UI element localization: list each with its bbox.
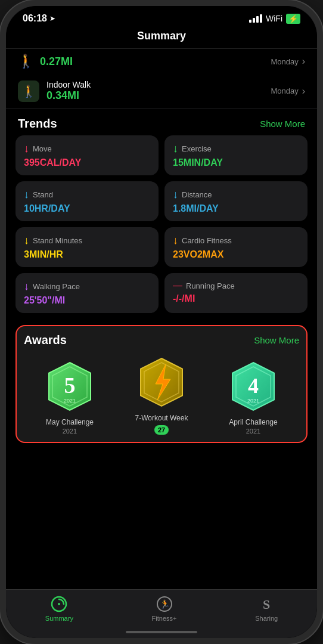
- trends-section-header: Trends Show More: [6, 109, 317, 135]
- award-name-april: April Challenge: [229, 418, 277, 428]
- stand-label: Stand: [33, 190, 53, 199]
- award-badge-workout: [135, 355, 188, 409]
- walk-icon-2: 🚶: [18, 80, 39, 102]
- phone-inner: 06:18 ➤ WiFi ⚡ Summary: [6, 6, 317, 638]
- walk-icon-1: 🚶: [18, 54, 34, 69]
- signal-bar-4: [260, 14, 262, 23]
- tab-fitness[interactable]: 🏃 Fitness+: [152, 596, 177, 622]
- tab-summary-label: Summary: [45, 615, 73, 622]
- app-header: Summary: [6, 27, 317, 49]
- trend-card-cardio: ↓ Cardio Fitness 23VO2MAX: [164, 227, 308, 267]
- signal-bar-3: [256, 16, 259, 23]
- tab-fitness-label: Fitness+: [152, 615, 177, 622]
- notch: [123, 6, 200, 23]
- walk-pace-value: 25'50"/MI: [24, 295, 65, 305]
- distance-label: Distance: [182, 190, 212, 199]
- run-pace-value: -/-/MI: [173, 293, 195, 304]
- award-item-workout[interactable]: 7-Workout Week 27: [132, 355, 191, 435]
- activity-row-walk2[interactable]: 🚶 Indoor Walk 0.34MI Monday ›: [6, 74, 317, 109]
- signal-bar-2: [253, 18, 255, 23]
- award-name-may: May Challenge: [46, 418, 94, 428]
- move-label: Move: [33, 144, 52, 153]
- award-badge-may: 5 2021: [43, 360, 97, 413]
- svg-point-11: [58, 603, 60, 605]
- trends-show-more[interactable]: Show More: [260, 119, 305, 129]
- stand-min-arrow: ↓: [24, 234, 29, 247]
- home-indicator: [126, 631, 197, 633]
- svg-text:2021: 2021: [64, 398, 76, 404]
- run-pace-arrow: —: [173, 280, 182, 291]
- svg-text:🏃: 🏃: [159, 599, 170, 609]
- summary-tab-icon: [51, 596, 67, 612]
- cardio-value: 23VO2MAX: [173, 249, 223, 259]
- trend-card-walk-pace: ↓ Walking Pace 25'50"/MI: [15, 273, 159, 313]
- trend-card-stand-min: ↓ Stand Minutes 3MIN/HR: [15, 227, 159, 267]
- walk-info-2: Indoor Walk 0.34MI: [46, 80, 271, 102]
- svg-text:4: 4: [248, 374, 259, 398]
- status-time: 06:18: [23, 13, 47, 24]
- walk-label-2: Indoor Walk: [46, 80, 271, 89]
- battery-icon: ⚡: [286, 14, 300, 24]
- app-title: Summary: [137, 30, 186, 42]
- walk-value-1: 0.27MI: [40, 55, 73, 68]
- walk-day-2: Monday: [271, 86, 298, 95]
- trend-card-stand: ↓ Stand 10HR/DAY: [15, 181, 159, 221]
- tab-sharing-label: Sharing: [255, 615, 278, 622]
- award-item-may[interactable]: 5 2021 May Challenge 2021: [40, 360, 100, 435]
- trends-grid: ↓ Move 395CAL/DAY ↓ Exercise 15MIN/DAY: [6, 135, 317, 319]
- award-count-workout: 27: [154, 425, 169, 435]
- location-icon: ➤: [49, 14, 55, 23]
- trends-title: Trends: [18, 117, 57, 131]
- chevron-2: ›: [302, 86, 305, 97]
- awards-header: Awards Show More: [24, 333, 299, 347]
- award-item-april[interactable]: 4 2021 April Challenge 2021: [223, 360, 283, 435]
- exercise-label: Exercise: [182, 144, 212, 153]
- fitness-tab-icon: 🏃: [156, 596, 173, 612]
- walk-day-1: Monday: [271, 57, 298, 66]
- main-content[interactable]: 🚶 0.27MI Monday › 🚶 Indoor Walk 0.34MI: [6, 49, 317, 587]
- cardio-label: Cardio Fitness: [182, 236, 232, 245]
- awards-show-more[interactable]: Show More: [254, 335, 299, 345]
- svg-text:S: S: [263, 597, 270, 612]
- stand-min-label: Stand Minutes: [33, 236, 82, 245]
- distance-value: 1.8MI/DAY: [173, 203, 219, 213]
- svg-text:5: 5: [64, 373, 76, 398]
- awards-section: Awards Show More: [15, 325, 308, 443]
- tab-summary[interactable]: Summary: [45, 596, 73, 622]
- activity-row-walk1[interactable]: 🚶 0.27MI Monday ›: [6, 49, 317, 74]
- trend-card-move: ↓ Move 395CAL/DAY: [15, 135, 159, 175]
- award-year-april: 2021: [246, 428, 260, 435]
- move-arrow: ↓: [24, 143, 29, 155]
- signal-bars: [249, 14, 262, 23]
- awards-title: Awards: [24, 333, 67, 347]
- distance-arrow: ↓: [173, 188, 178, 201]
- exercise-arrow: ↓: [173, 143, 178, 155]
- exercise-value: 15MIN/DAY: [173, 157, 223, 168]
- cardio-arrow: ↓: [173, 234, 178, 247]
- award-badge-april: 4 2021: [226, 360, 280, 413]
- awards-list: 5 2021 May Challenge 2021: [24, 355, 299, 435]
- sharing-tab-icon: S: [258, 596, 275, 612]
- trend-card-exercise: ↓ Exercise 15MIN/DAY: [164, 135, 308, 175]
- run-pace-label: Running Pace: [186, 281, 235, 290]
- move-value: 395CAL/DAY: [24, 157, 81, 168]
- trend-card-run-pace: — Running Pace -/-/MI: [164, 273, 308, 313]
- walk-pace-label: Walking Pace: [33, 282, 80, 291]
- wifi-icon: WiFi: [266, 14, 282, 23]
- stand-arrow: ↓: [24, 188, 29, 201]
- phone-frame: 06:18 ➤ WiFi ⚡ Summary: [0, 0, 323, 644]
- walk-value-2: 0.34MI: [46, 89, 271, 102]
- trend-card-distance: ↓ Distance 1.8MI/DAY: [164, 181, 308, 221]
- signal-bar-1: [249, 20, 251, 23]
- status-icons: WiFi ⚡: [249, 14, 300, 24]
- tab-sharing[interactable]: S Sharing: [255, 596, 278, 622]
- walk-pace-arrow: ↓: [24, 280, 29, 293]
- award-name-workout: 7-Workout Week: [135, 414, 188, 423]
- award-year-may: 2021: [63, 428, 77, 435]
- svg-text:2021: 2021: [247, 398, 259, 404]
- stand-value: 10HR/DAY: [24, 203, 70, 213]
- stand-min-value: 3MIN/HR: [24, 249, 63, 259]
- chevron-1: ›: [302, 56, 305, 67]
